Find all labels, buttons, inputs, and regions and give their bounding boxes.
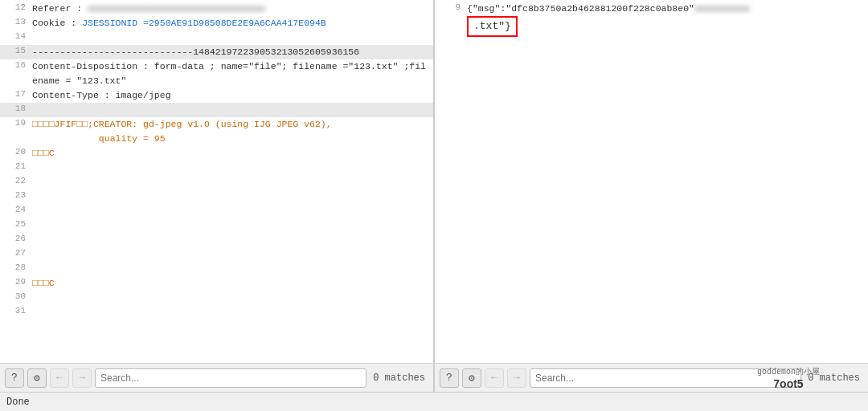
line-number: 21 [3, 161, 26, 171]
code-line: 16 Content-Disposition : form-data ; nam… [0, 59, 433, 88]
code-line: 13 Cookie : JSESSIONID =2950AE91D98508DE… [0, 16, 433, 31]
binary-content: quality = 95 [99, 133, 166, 144]
line-content: -----------------------------14842197223… [32, 45, 430, 59]
status-text: Done [6, 397, 30, 408]
line-number: 30 [3, 291, 26, 301]
line-content: □□□C [32, 276, 430, 291]
line-content: {"msg":"dfc8b3750a2b462881200f228c0ab8e0… [467, 2, 865, 16]
code-line: 20 □□□C [0, 146, 433, 161]
settings-button[interactable]: ⚙ [462, 368, 481, 388]
help-button[interactable]: ? [5, 368, 24, 388]
line-number: 20 [3, 146, 26, 157]
line-content: .txt"} [467, 16, 865, 37]
code-line: 19 □□□□JFIF□□;CREATOR: gd-jpeg v1.0 (usi… [0, 117, 433, 146]
code-line: 30 [0, 291, 433, 305]
forward-button[interactable]: → [72, 368, 92, 388]
blurred-value: xxxxxxxxxx [694, 2, 750, 16]
line-content: Content-Type : image/jpeg [32, 88, 430, 103]
match-count: 0 matches [805, 372, 863, 384]
status-bar: Done [0, 392, 868, 411]
code-line: 23 [0, 189, 433, 204]
main-content: 12 Referer : xxxxxxxxxxxxxxxxxxxxxxxxxxx… [0, 0, 868, 392]
search-input[interactable] [95, 368, 366, 388]
line-number: 13 [3, 16, 26, 26]
cookie-value: JSESSIONID =2950AE91D98508DE2E9A6CAA417E… [82, 18, 326, 28]
code-line: 26 [0, 233, 433, 247]
line-content: Cookie : JSESSIONID =2950AE91D98508DE2E9… [32, 16, 430, 31]
left-toolbar: ? ⚙ ← → 0 matches [0, 363, 433, 392]
back-button[interactable]: ← [485, 368, 504, 388]
code-line: 22 [0, 175, 433, 189]
right-pane: 9 {"msg":"dfc8b3750a2b462881200f228c0ab8… [435, 0, 868, 392]
line-number [438, 16, 461, 17]
line-content: □□□C [32, 146, 430, 161]
code-line: 12 Referer : xxxxxxxxxxxxxxxxxxxxxxxxxxx… [0, 2, 433, 16]
line-number: 31 [3, 305, 26, 315]
forward-button[interactable]: → [507, 368, 526, 388]
code-line: 18 [0, 103, 433, 117]
line-number: 27 [3, 247, 26, 258]
code-line: 9 {"msg":"dfc8b3750a2b462881200f228c0ab8… [435, 2, 868, 16]
code-line: 21 [0, 161, 433, 175]
code-line: 25 [0, 218, 433, 233]
line-number: 17 [3, 88, 26, 99]
code-line: 29 □□□C [0, 276, 433, 291]
left-code-area: 12 Referer : xxxxxxxxxxxxxxxxxxxxxxxxxxx… [0, 0, 433, 363]
line-number: 25 [3, 218, 26, 229]
line-number: 16 [3, 59, 26, 70]
blurred-value: xxxxxxxxxxxxxxxxxxxxxxxxxxxxxxxx [88, 2, 265, 16]
code-line: 24 [0, 204, 433, 218]
line-content: Referer : xxxxxxxxxxxxxxxxxxxxxxxxxxxxxx… [32, 2, 430, 16]
code-line: 17 Content-Type : image/jpeg [0, 88, 433, 103]
line-number: 23 [3, 189, 26, 200]
line-number: 14 [3, 31, 26, 41]
code-line [435, 37, 868, 51]
left-pane: 12 Referer : xxxxxxxxxxxxxxxxxxxxxxxxxxx… [0, 0, 434, 392]
code-line: 31 [0, 305, 433, 319]
line-number: 28 [3, 262, 26, 272]
line-number: 24 [3, 204, 26, 214]
line-number: 18 [3, 103, 26, 113]
line-number: 9 [438, 2, 461, 12]
right-code-area: 9 {"msg":"dfc8b3750a2b462881200f228c0ab8… [435, 0, 868, 363]
right-toolbar: ? ⚙ ← → goddemon的小屋 7oot5 0 matches [435, 363, 868, 392]
line-number: 22 [3, 175, 26, 185]
line-number: 15 [3, 45, 26, 55]
line-number: 19 [3, 117, 26, 128]
line-number: 29 [3, 276, 26, 287]
code-line: 27 [0, 247, 433, 262]
line-number: 12 [3, 2, 26, 12]
settings-button[interactable]: ⚙ [27, 368, 47, 388]
line-number [438, 37, 461, 38]
code-line: 15 -----------------------------14842197… [0, 45, 433, 59]
help-button[interactable]: ? [440, 368, 459, 388]
back-button[interactable]: ← [50, 368, 69, 388]
binary-content: □□□□JFIF□□;CREATOR: gd-jpeg v1.0 (using … [32, 119, 332, 129]
code-line: 28 [0, 262, 433, 276]
search-input[interactable] [530, 368, 801, 388]
match-count: 0 matches [370, 372, 428, 384]
code-line: 14 [0, 31, 433, 45]
code-line: .txt"} [435, 16, 868, 37]
line-content: □□□□JFIF□□;CREATOR: gd-jpeg v1.0 (using … [32, 117, 430, 146]
red-box-highlight: .txt"} [467, 16, 518, 37]
line-content: Content-Disposition : form-data ; name="… [32, 59, 430, 88]
line-number: 26 [3, 233, 26, 243]
